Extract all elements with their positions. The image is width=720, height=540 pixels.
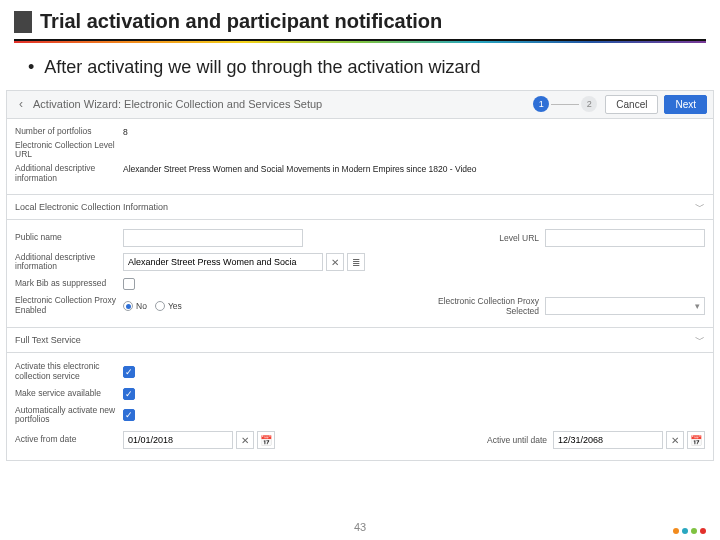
title-accent-box [14, 11, 32, 33]
step-connector [551, 104, 579, 105]
ec-level-url-label: Electronic Collection Level URL [15, 141, 123, 161]
close-icon: ✕ [331, 257, 339, 268]
bullet-text: After activating we will go through the … [44, 57, 480, 78]
make-available-label: Make service available [15, 389, 123, 399]
bullet-dot: • [28, 57, 34, 78]
public-name-label: Public name [15, 233, 123, 243]
make-available-checkbox[interactable]: ✓ [123, 388, 135, 400]
local-addl-input[interactable] [123, 253, 323, 271]
clear-until-button[interactable]: ✕ [666, 431, 684, 449]
activate-service-checkbox[interactable]: ✓ [123, 366, 135, 378]
local-info-panel: Public name Level URL Additional descrip… [6, 220, 714, 329]
check-icon: ✓ [125, 367, 133, 377]
cancel-button[interactable]: Cancel [605, 95, 658, 114]
step-2-indicator: 2 [581, 96, 597, 112]
back-button[interactable]: ‹ [13, 96, 29, 112]
auto-activate-label: Automatically activate new portfolios [15, 406, 123, 426]
close-icon: ✕ [241, 435, 249, 446]
close-icon: ✕ [671, 435, 679, 446]
dropdown-icon: ▾ [695, 301, 700, 311]
calendar-icon: 📅 [690, 435, 702, 446]
auto-activate-checkbox[interactable]: ✓ [123, 409, 135, 421]
clear-addl-button[interactable]: ✕ [326, 253, 344, 271]
mark-bib-label: Mark Bib as suppressed [15, 279, 123, 289]
brand-dots [673, 528, 706, 534]
wizard-header: ‹ Activation Wizard: Electronic Collecti… [6, 90, 714, 119]
addl-desc-value: Alexander Street Press Women and Social … [123, 164, 477, 174]
list-icon: ≣ [352, 257, 360, 268]
step-1-indicator: 1 [533, 96, 549, 112]
mark-bib-checkbox[interactable] [123, 278, 135, 290]
level-url-input[interactable] [545, 229, 705, 247]
list-addl-button[interactable]: ≣ [347, 253, 365, 271]
active-from-label: Active from date [15, 435, 123, 445]
local-addl-label: Additional descriptive information [15, 253, 123, 273]
chevron-left-icon: ‹ [19, 97, 23, 111]
proxy-no-label: No [136, 301, 147, 311]
addl-desc-label: Additional descriptive information [15, 164, 123, 184]
level-url-label: Level URL [425, 233, 545, 243]
proxy-no-radio[interactable] [123, 301, 133, 311]
calendar-from-button[interactable]: 📅 [257, 431, 275, 449]
proxy-yes-radio[interactable] [155, 301, 165, 311]
check-icon: ✓ [125, 389, 133, 399]
page-number: 43 [354, 521, 366, 533]
local-info-section-title: Local Electronic Collection Information [15, 202, 168, 212]
active-until-input[interactable] [553, 431, 663, 449]
num-portfolios-label: Number of portfolios [15, 127, 123, 137]
slide-footer: 43 [0, 514, 720, 540]
active-until-label: Active until date [433, 435, 553, 445]
screenshot-region: ‹ Activation Wizard: Electronic Collecti… [6, 90, 714, 462]
check-icon: ✓ [125, 410, 133, 420]
calendar-until-button[interactable]: 📅 [687, 431, 705, 449]
num-portfolios-value: 8 [123, 127, 128, 137]
proxy-selected-dropdown[interactable]: ▾ [545, 297, 705, 315]
chevron-down-icon: ﹀ [695, 200, 705, 214]
wizard-title: Activation Wizard: Electronic Collection… [33, 98, 531, 110]
full-text-section-header[interactable]: Full Text Service ﹀ [6, 328, 714, 353]
proxy-selected-label: Electronic Collection Proxy Selected [425, 296, 545, 316]
summary-panel: Number of portfolios 8 Electronic Collec… [6, 119, 714, 195]
activate-service-label: Activate this electronic collection serv… [15, 362, 123, 382]
clear-from-button[interactable]: ✕ [236, 431, 254, 449]
full-text-panel: Activate this electronic collection serv… [6, 353, 714, 461]
next-button[interactable]: Next [664, 95, 707, 114]
full-text-section-title: Full Text Service [15, 335, 81, 345]
slide-title: Trial activation and participant notific… [40, 10, 442, 33]
chevron-down-icon: ﹀ [695, 333, 705, 347]
calendar-icon: 📅 [260, 435, 272, 446]
public-name-input[interactable] [123, 229, 303, 247]
active-from-input[interactable] [123, 431, 233, 449]
local-info-section-header[interactable]: Local Electronic Collection Information … [6, 195, 714, 220]
proxy-enabled-label: Electronic Collection Proxy Enabled [15, 296, 123, 316]
proxy-yes-label: Yes [168, 301, 182, 311]
